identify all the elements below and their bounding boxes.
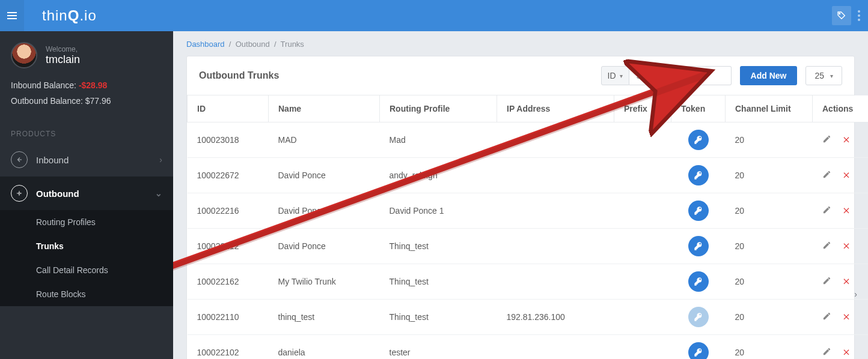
svg-point-0 [839,13,840,14]
table-row: 100022216David PonceDavid Ponce 120 [188,193,869,229]
token-button[interactable] [688,130,709,150]
cell-routing-profile: Thinq_test [380,300,497,335]
cell-id: 100022672 [188,158,269,193]
cell-ip [497,122,614,158]
delete-button[interactable] [842,277,851,287]
cell-ip [497,193,614,229]
th-actions: Actions [813,95,869,122]
cell-prefix [614,264,671,300]
outbound-submenu: Routing Profiles Trunks Call Detail Reco… [0,210,173,306]
cell-channel-limit: 20 [726,300,813,335]
token-button[interactable] [688,165,709,186]
th-prefix[interactable]: Prefix [614,95,671,122]
cell-actions [813,193,869,229]
cell-channel-limit: 20 [726,158,813,193]
add-new-button[interactable]: Add New [740,66,798,85]
cell-prefix [614,158,671,193]
delete-button[interactable] [842,171,851,181]
header-more-button[interactable] [855,6,863,25]
edit-button[interactable] [822,277,831,287]
subnav-cdr[interactable]: Call Detail Records [0,258,173,282]
th-channel-limit[interactable]: Channel Limit [726,95,813,122]
subnav-route-blocks[interactable]: Route Blocks› [0,282,173,306]
th-name[interactable]: Name [269,95,380,122]
breadcrumb-outbound: Outbound [236,40,270,49]
table-row: 100022102danielatester20 [188,335,869,360]
cell-ip: 192.81.236.100 [497,300,614,335]
header-action-button[interactable] [832,6,851,25]
panel-title: Outbound Trunks [199,70,601,81]
username[interactable]: tmclain [46,53,80,66]
cell-actions [813,264,869,300]
subnav-routing-profiles[interactable]: Routing Profiles [0,210,173,234]
sidebar-item-outbound[interactable]: Outbound ⌄ [0,176,173,210]
top-bar: thinQ.io [0,0,868,31]
cell-token [671,264,726,300]
panel: Outbound Trunks ID ▾ Add New 25 ▾ [186,56,855,359]
edit-button[interactable] [822,313,831,322]
th-routing-profile[interactable]: Routing Profile [380,95,497,122]
cell-prefix [614,122,671,158]
outbound-icon [11,185,28,202]
token-button [688,307,709,327]
delete-button[interactable] [842,242,851,252]
tag-icon [837,11,846,20]
cell-token [671,122,726,158]
cell-routing-profile: Mad [380,122,497,158]
delete-button[interactable] [842,313,851,322]
search-input[interactable] [629,66,732,85]
chevron-right-icon: › [159,155,162,164]
edit-button[interactable] [822,207,831,216]
th-token[interactable]: Token [671,95,726,122]
inbound-balance: Inbound Balance: -$28.98 [11,80,162,90]
cell-id: 100022216 [188,193,269,229]
hamburger-icon [7,12,17,19]
token-button[interactable] [688,236,709,256]
search-field-selector[interactable]: ID ▾ [601,66,629,85]
brand-logo[interactable]: thinQ.io [42,7,97,24]
table-row: 100022672David Ponceandy_raleigh20 [188,158,869,193]
inbound-icon [11,151,28,168]
edit-button[interactable] [822,136,831,145]
cell-name: David Ponce [269,193,380,229]
token-button[interactable] [688,271,709,292]
table-row: 100022212David PonceThinq_test20 [188,229,869,264]
cell-token [671,300,726,335]
delete-button[interactable] [842,348,851,358]
delete-button[interactable] [842,207,851,216]
caret-down-icon: ▾ [620,73,623,79]
avatar[interactable] [11,42,37,68]
breadcrumb-dashboard[interactable]: Dashboard [186,40,225,49]
token-button[interactable] [688,201,709,221]
sidebar-item-inbound[interactable]: Inbound › [0,143,173,176]
cell-channel-limit: 20 [726,193,813,229]
table-row: 100022110thinq_testThinq_test192.81.236.… [188,300,869,335]
main-content: Dashboard / Outbound / Trunks Outbound T… [173,31,868,359]
cell-channel-limit: 20 [726,122,813,158]
cell-channel-limit: 20 [726,229,813,264]
edit-button[interactable] [822,171,831,181]
svg-point-1 [19,193,20,195]
cell-token [671,229,726,264]
edit-button[interactable] [822,242,831,252]
delete-button[interactable] [842,136,851,145]
cell-token [671,335,726,360]
cell-routing-profile: tester [380,335,497,360]
cell-prefix [614,335,671,360]
search-group: ID ▾ [601,66,732,85]
breadcrumb: Dashboard / Outbound / Trunks [186,40,855,49]
breadcrumb-trunks: Trunks [281,40,304,49]
cell-name: thinq_test [269,300,380,335]
subnav-trunks[interactable]: Trunks [0,234,173,258]
token-button[interactable] [688,342,709,359]
edit-button[interactable] [822,348,831,358]
th-ip[interactable]: IP Address [497,95,614,122]
menu-toggle-button[interactable] [0,0,24,31]
cell-id: 100022162 [188,264,269,300]
cell-actions [813,335,869,360]
cell-name: MAD [269,122,380,158]
caret-down-icon: ▾ [830,73,833,79]
sidebar: Welcome, tmclain Inbound Balance: -$28.9… [0,31,173,359]
page-size-select[interactable]: 25 ▾ [805,66,842,85]
th-id[interactable]: ID [188,95,269,122]
